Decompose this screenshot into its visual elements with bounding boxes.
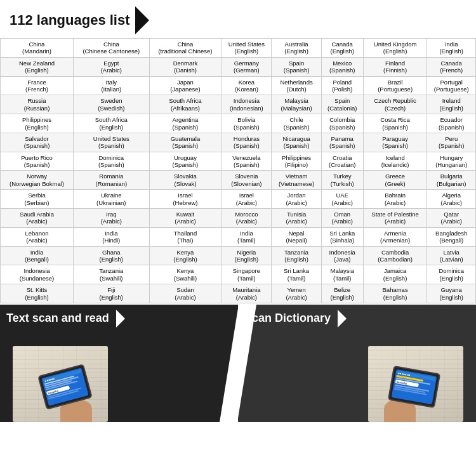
table-cell: Iceland(Icelandic)	[363, 152, 427, 171]
table-cell: Jordan(Arabic)	[272, 190, 321, 209]
table-cell: Slovenia(Slovenian)	[221, 171, 272, 190]
table-cell: Indonesia(Indonesian)	[221, 95, 272, 114]
table-cell: Kenya(English)	[149, 246, 221, 265]
table-cell: Sri Lanka(Tamil)	[272, 265, 321, 284]
table-cell: Lebanon(Arabic)	[1, 227, 74, 246]
table-cell: India(Bengali)	[1, 246, 74, 265]
table-cell: Jamaica(English)	[363, 265, 427, 284]
table-cell: Tunisia(Arabic)	[272, 209, 321, 228]
table-cell: Nepal(Nepali)	[272, 227, 321, 246]
table-cell: Malaysia(Tamil)	[321, 265, 363, 284]
languages-table: China(Mandarin)China(Chinese Cantonese)C…	[0, 38, 476, 303]
table-cell: Honduras(Spanish)	[221, 133, 272, 152]
table-row: Indonesia(Sundanese)Tanzania(Swahili)Ken…	[1, 265, 476, 284]
table-cell: Peru(Spanish)	[427, 133, 476, 152]
table-cell: Tanzania(Swahili)	[74, 265, 150, 284]
table-cell: Sweden(Swedish)	[74, 95, 150, 114]
table-cell: Ukraine(Ukrainian)	[74, 190, 150, 209]
diagonal-separator-left	[220, 305, 238, 422]
header-arrow-icon	[135, 6, 149, 34]
table-row: Serbia(Serbian)Ukraine(Ukrainian)Israel(…	[1, 190, 476, 209]
table-cell: Belize(English)	[321, 284, 363, 303]
table-cell: Norway(Norwegian Bokmal)	[1, 171, 74, 190]
text-scan-arrow-icon	[116, 310, 125, 327]
table-cell: Israel(Arabic)	[221, 190, 272, 209]
table-cell: India(Tamil)	[221, 227, 272, 246]
table-cell: United States(Spanish)	[74, 133, 150, 152]
table-cell: Ghana(English)	[74, 246, 150, 265]
table-cell: Netherlands(Dutch)	[272, 76, 321, 95]
table-cell: Bahrain(Arabic)	[363, 190, 427, 209]
table-cell: India(English)	[427, 39, 476, 58]
table-cell: Serbia(Serbian)	[1, 190, 74, 209]
table-cell: Algeria(Arabic)	[427, 190, 476, 209]
table-cell: Nigeria(English)	[221, 246, 272, 265]
table-cell: Germany(German)	[221, 57, 272, 76]
table-row: Lebanon(Arabic)India(Hindi)Thailand(Thai…	[1, 227, 476, 246]
table-cell: United States(English)	[221, 39, 272, 58]
table-cell: St. Kitts(English)	[1, 284, 74, 303]
table-cell: France(French)	[1, 76, 74, 95]
table-row: India(Bengali)Ghana(English)Kenya(Englis…	[1, 246, 476, 265]
table-cell: Bolivia(Spanish)	[221, 114, 272, 133]
scan-dictionary-label-text: Scan Dictionary	[244, 312, 331, 324]
table-cell: Guyana(English)	[427, 284, 476, 303]
table-cell: Fiji(English)	[74, 284, 150, 303]
page-title: 112 languages list	[10, 12, 130, 29]
table-cell: Canada(English)	[321, 39, 363, 58]
scan-dictionary-label: Scan Dictionary	[244, 310, 347, 327]
table-cell: Russia(Russian)	[1, 95, 74, 114]
table-row: Norway(Norwegian Bokmal)Romania(Romanian…	[1, 171, 476, 190]
table-cell: Spain(Catalonia)	[321, 95, 363, 114]
table-cell: Saudi Arabia(Arabic)	[1, 209, 74, 228]
table-row: Philippines(English)South Africa(English…	[1, 114, 476, 133]
table-cell: Czech Republic(Czech)	[363, 95, 427, 114]
table-cell: South Africa(English)	[74, 114, 150, 133]
table-cell: Denmark(Danish)	[149, 57, 221, 76]
table-cell: South Africa(Afrikaans)	[149, 95, 221, 114]
table-cell: Mexico(Spanish)	[321, 57, 363, 76]
table-cell: Chile(Spanish)	[272, 114, 321, 133]
table-cell: New Zealand(English)	[1, 57, 74, 76]
table-cell: China(Chinese Cantonese)	[74, 39, 150, 58]
table-cell: Sudan(Arabic)	[149, 284, 221, 303]
table-cell: Ecuador(Spanish)	[427, 114, 476, 133]
table-cell: Finland(Finnish)	[363, 57, 427, 76]
table-cell: Portugal(Portuguese)	[427, 76, 476, 95]
table-cell: Italy(Italian)	[74, 76, 150, 95]
table-cell: Slovakia(Slovak)	[149, 171, 221, 190]
table-cell: Vietnam(Vietnamese)	[272, 171, 321, 190]
table-cell: Bahamas(English)	[363, 284, 427, 303]
table-cell: Brazil(Portuguese)	[363, 76, 427, 95]
table-cell: Hungary(Hungarian)	[427, 152, 476, 171]
table-row: Russia(Russian)Sweden(Swedish)South Afri…	[1, 95, 476, 114]
table-cell: Romania(Romanian)	[74, 171, 150, 190]
table-cell: State of Palestine(Arabic)	[363, 209, 427, 228]
table-cell: Egypt(Arabic)	[74, 57, 150, 76]
table-cell: China(traditional Chinese)	[149, 39, 221, 58]
table-cell: United Kingdom(English)	[363, 39, 427, 58]
table-cell: Uruguay(Spanish)	[149, 152, 221, 171]
table-cell: Singapore(Tamil)	[221, 265, 272, 284]
table-cell: Argentina(Spanish)	[149, 114, 221, 133]
table-cell: Mauritania(Arabic)	[221, 284, 272, 303]
table-cell: Qatar(Arabic)	[427, 209, 476, 228]
table-cell: Paraguay(Spanish)	[363, 133, 427, 152]
table-cell: Tanzania(English)	[272, 246, 321, 265]
table-cell: Latvia(Latvian)	[427, 246, 476, 265]
table-cell: Dominica(English)	[427, 265, 476, 284]
table-cell: Philippines(English)	[1, 114, 74, 133]
table-cell: Puerto Rico(Spanish)	[1, 152, 74, 171]
scan-dictionary-panel: Scan Dictionary ■■ ■■■ ■■ beautiful	[238, 305, 476, 422]
table-row: St. Kitts(English)Fiji(English)Sudan(Ara…	[1, 284, 476, 303]
table-cell: Iraq(Arabic)	[74, 209, 150, 228]
table-cell: Nicaragua(Spanish)	[272, 133, 321, 152]
table-cell: Oman(Arabic)	[321, 209, 363, 228]
table-cell: Malaysia(Malaysian)	[272, 95, 321, 114]
table-cell: Morocco(Arabic)	[221, 209, 272, 228]
table-row: France(French)Italy(Italian)Japan(Japane…	[1, 76, 476, 95]
table-cell: Thailand(Thai)	[149, 227, 221, 246]
table-cell: Israel(Hebrew)	[149, 190, 221, 209]
table-cell: Indonesia(Java)	[321, 246, 363, 265]
table-cell: Panama(Spanish)	[321, 133, 363, 152]
